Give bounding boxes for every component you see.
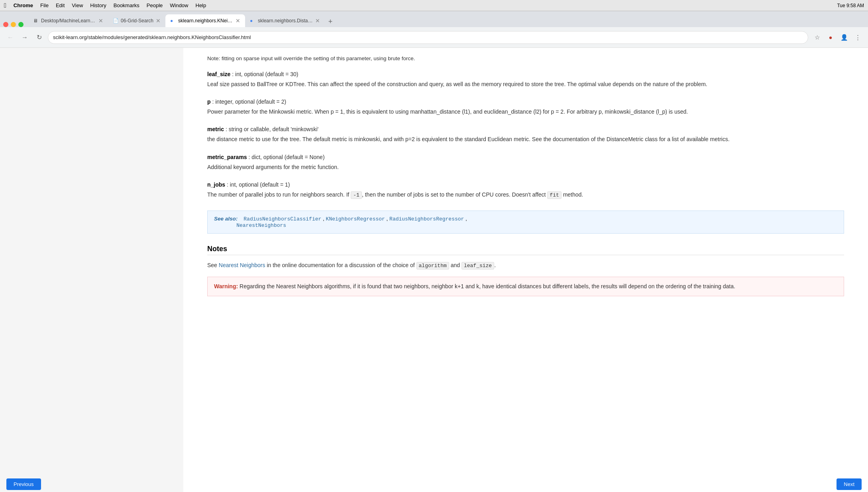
back-button[interactable]: ←	[5, 32, 16, 43]
param-n-jobs-name: n_jobs	[207, 181, 225, 188]
see-also-link-kneighbors-regressor[interactable]: KNeighborsRegressor	[326, 216, 385, 222]
tab-label-desktop: Desktop/MachineLearning/Ch…	[41, 18, 96, 24]
tab-close-desktop[interactable]: ✕	[98, 18, 103, 24]
warning-text: Regarding the Nearest Neighbors algorith…	[238, 283, 735, 289]
see-also-link-nearest-neighbors[interactable]: NearestNeighbors	[236, 222, 286, 228]
menubar:  Chrome File Edit View History Bookmark…	[0, 0, 868, 11]
url-text: scikit-learn.org/stable/modules/generate…	[53, 34, 803, 40]
tab-label-kneighbors: sklearn.neighbors.KNeighbo…	[178, 18, 233, 24]
menu-chrome[interactable]: Chrome	[14, 2, 33, 8]
bookmark-icon[interactable]: ☆	[811, 32, 823, 43]
top-note: Note: fitting on sparse input will overr…	[207, 48, 844, 63]
param-metric-desc: the distance metric to use for the tree.…	[207, 135, 844, 144]
notes-section: Notes See Nearest Neighbors in the onlin…	[207, 245, 844, 296]
warning-label: Warning:	[214, 283, 238, 289]
address-bar: ← → ↻ scikit-learn.org/stable/modules/ge…	[0, 27, 868, 48]
next-button[interactable]: Next	[837, 478, 862, 490]
param-metric-name: metric	[207, 126, 224, 132]
param-n-jobs-header: n_jobs : int, optional (default = 1)	[207, 181, 844, 188]
see-also-label: See also:	[214, 216, 238, 222]
param-leaf-size-type: : int, optional (default = 30)	[230, 71, 298, 77]
param-p-name: p	[207, 98, 211, 105]
notes-code-leaf-size: leaf_size	[461, 262, 494, 270]
tab-favicon-kneighbors: ●	[170, 18, 176, 24]
tab-close-gridsearch[interactable]: ✕	[156, 18, 161, 24]
right-content: Note: fitting on sparse input will overr…	[183, 48, 868, 492]
njobs-code-fit: fit	[547, 191, 561, 199]
menubar-clock: Tue 9:58 AM	[837, 3, 864, 8]
apple-menu[interactable]: 	[4, 2, 6, 9]
see-also-link-radius-classifier[interactable]: RadiusNeighborsClassifier	[244, 216, 321, 222]
param-n-jobs: n_jobs : int, optional (default = 1) The…	[207, 181, 844, 199]
param-n-jobs-desc: The number of parallel jobs to run for n…	[207, 190, 844, 199]
param-metric-params: metric_params : dict, optional (default …	[207, 154, 844, 172]
param-p: p : integer, optional (default = 2) Powe…	[207, 98, 844, 116]
notes-code-algorithm: algorithm	[416, 262, 449, 270]
tab-distancemetric[interactable]: ● sklearn.neighbors.DistanceMe… ✕	[245, 14, 325, 27]
extension-icon[interactable]: ●	[825, 32, 836, 43]
param-metric-header: metric : string or callable, default 'mi…	[207, 126, 844, 132]
tab-desktop[interactable]: 🖥 Desktop/MachineLearning/Ch… ✕	[28, 14, 108, 27]
menu-file[interactable]: File	[40, 2, 49, 8]
param-metric-type: : string or callable, default 'minkowski…	[224, 126, 318, 132]
menu-help[interactable]: Help	[196, 2, 206, 8]
forward-button[interactable]: →	[19, 32, 30, 43]
new-tab-button[interactable]: +	[325, 16, 336, 27]
see-also-box: See also: RadiusNeighborsClassifier , KN…	[207, 211, 844, 234]
param-p-header: p : integer, optional (default = 2)	[207, 98, 844, 105]
param-p-desc: Power parameter for the Minkowski metric…	[207, 107, 844, 116]
tab-favicon-desktop: 🖥	[33, 18, 39, 24]
reload-button[interactable]: ↻	[33, 32, 45, 43]
menu-bookmarks[interactable]: Bookmarks	[114, 2, 139, 8]
notes-title: Notes	[207, 245, 844, 255]
tab-close-distancemetric[interactable]: ✕	[315, 18, 320, 24]
param-leaf-size-header: leaf_size : int, optional (default = 30)	[207, 71, 844, 77]
menu-people[interactable]: People	[147, 2, 163, 8]
warning-box: Warning: Regarding the Nearest Neighbors…	[207, 277, 844, 296]
notes-text: See Nearest Neighbors in the online docu…	[207, 261, 844, 270]
param-metric-params-type: : dict, optional (default = None)	[247, 154, 325, 160]
param-leaf-size: leaf_size : int, optional (default = 30)…	[207, 71, 844, 89]
nearest-neighbors-link[interactable]: Nearest Neighbors	[219, 262, 265, 268]
menu-history[interactable]: History	[90, 2, 106, 8]
tab-favicon-gridsearch: 📄	[113, 18, 118, 24]
url-bar[interactable]: scikit-learn.org/stable/modules/generate…	[48, 31, 808, 44]
tab-label-distancemetric: sklearn.neighbors.DistanceMe…	[258, 18, 313, 24]
tab-favicon-distancemetric: ●	[250, 18, 255, 24]
profile-icon[interactable]: 👤	[839, 32, 850, 43]
more-icon[interactable]: ⋮	[852, 32, 863, 43]
window-close-btn[interactable]	[3, 22, 8, 27]
window-zoom-btn[interactable]	[18, 22, 24, 27]
param-leaf-size-name: leaf_size	[207, 71, 230, 77]
param-metric-params-name: metric_params	[207, 154, 247, 160]
param-n-jobs-type: : int, optional (default = 1)	[225, 181, 290, 188]
prev-button[interactable]: Previous	[6, 478, 41, 490]
param-metric: metric : string or callable, default 'mi…	[207, 126, 844, 144]
tab-kneighbors[interactable]: ● sklearn.neighbors.KNeighbo… ✕	[165, 14, 245, 27]
menu-window[interactable]: Window	[170, 2, 188, 8]
njobs-code-minus1: -1	[351, 191, 362, 199]
tab-close-kneighbors[interactable]: ✕	[236, 18, 240, 24]
param-leaf-size-desc: Leaf size passed to BallTree or KDTree. …	[207, 80, 844, 89]
menu-edit[interactable]: Edit	[56, 2, 65, 8]
tab-bar: 🖥 Desktop/MachineLearning/Ch… ✕ 📄 06-Gri…	[0, 11, 868, 27]
param-metric-params-header: metric_params : dict, optional (default …	[207, 154, 844, 160]
see-also-link-radius-regressor[interactable]: RadiusNeighborsRegressor	[389, 216, 464, 222]
left-gutter	[0, 48, 183, 492]
tab-label-gridsearch: 06-Grid-Search	[121, 18, 153, 24]
menu-view[interactable]: View	[72, 2, 83, 8]
param-metric-params-desc: Additional keyword arguments for the met…	[207, 163, 844, 172]
window-minimize-btn[interactable]	[11, 22, 16, 27]
tab-gridsearch[interactable]: 📄 06-Grid-Search ✕	[108, 14, 165, 27]
param-p-type: : integer, optional (default = 2)	[211, 98, 287, 105]
content-area: Note: fitting on sparse input will overr…	[0, 48, 868, 492]
browser-window:  Chrome File Edit View History Bookmark…	[0, 0, 868, 492]
address-actions: ☆ ● 👤 ⋮	[811, 32, 863, 43]
